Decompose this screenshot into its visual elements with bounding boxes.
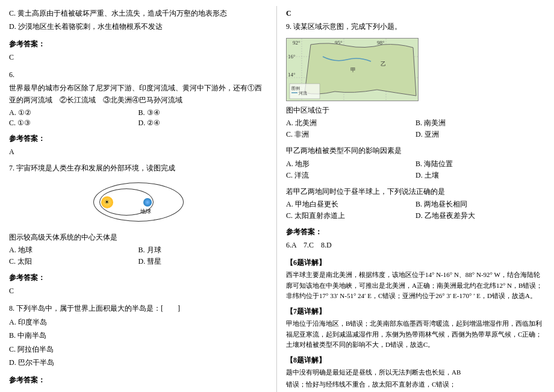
detail7-text: 甲地位于沿海地区，B错误；北美南部东临墨西哥湾暖流，起到增温增湿作用，西临加利福… — [286, 319, 545, 350]
q6-opt-b: B. ③④ — [138, 108, 268, 117]
answer6-value: A — [9, 146, 267, 158]
svg-text:河流: 河流 — [299, 91, 307, 96]
detail8-section: 【8题详解】 题中没有明确是最短还是昼线，所以无法判断去也长短，AB 错误；恰好… — [286, 354, 545, 392]
answer7-label: 参考答案： — [9, 272, 267, 284]
answer7-section: 参考答案： C — [9, 272, 267, 297]
svg-text:图例: 图例 — [291, 86, 300, 91]
detail7-tag: 【7题详解】 — [286, 305, 545, 317]
q7-options: A. 地球 B. 月球 C. 太阳 D. 彗星 — [9, 245, 267, 267]
q7r-opt-c: C. 洋流 — [286, 170, 416, 181]
q7r-section: 甲乙两地植被类型不同的影响因素是 A. 地形 B. 海陆位置 C. 洋流 D. … — [286, 145, 545, 180]
q8-opt-b: B. 中南半岛 — [9, 329, 267, 341]
right-column: C 9. 读某区域示意图，完成下列小题。 92° 95° 98° 16° 14° — [277, 6, 545, 392]
q8r-opt-c: C. 太阳直射赤道上 — [286, 211, 416, 221]
q8-text: 下列半岛中，属于世界上面积最大的半岛是：[ ] — [16, 304, 180, 313]
q7r-opt-d: D. 土壤 — [416, 170, 545, 181]
q7-section: 7. 宇宙环境是人类生存和发展的外部环境，读图完成 ☀ 地球 — [9, 163, 267, 267]
detail6-section: 【6题详解】 西半球主要是南北美洲，根据纬度，该地区位于14° N-16° N、… — [286, 257, 545, 302]
q7-opt-d: D. 彗星 — [138, 257, 268, 267]
q5-section: C. 黄土高原由于植被破坏严重、水土流失，造成千沟万壑的地表形态 D. 沙漠地区… — [9, 7, 267, 33]
q6r-opt-d: D. 亚洲 — [416, 129, 545, 140]
answer-right-value: 6.A 7.C 8.D — [286, 239, 545, 251]
answer8-section: 参考答案： — [9, 374, 267, 386]
q7r-opt-a: A. 地形 — [286, 159, 416, 169]
q5-option-d: D. 沙漠地区生长着骆驼刺，水生植物根系不发达 — [9, 20, 267, 33]
q9-desc: 读某区域示意图，完成下列小题。 — [293, 22, 402, 31]
q8-options: A. 印度半岛 B. 中南半岛 C. 阿拉伯半岛 D. 巴尔干半岛 — [9, 316, 267, 369]
solar-diagram: ☀ 地球 — [9, 178, 267, 226]
earth-label: 地球 — [140, 208, 151, 216]
answer5-label: 参考答案： — [9, 38, 267, 50]
answer5-value: C — [9, 51, 267, 63]
q7-text: 宇宙环境是人类生存和发展的外部环境，读图完成 — [16, 164, 175, 172]
detail8-text2: 错误；恰好与经纬线不重合，故太阳不直射赤道，C错误； — [286, 379, 545, 390]
q6r-opt-a: A. 北美洲 — [286, 118, 416, 128]
sun-symbol: ☀ — [104, 199, 110, 205]
q6-section: 6. 世界最早的城市分布区除了尼罗河下游、印度河流域、黄河中下游外，还有①西亚的… — [9, 69, 267, 128]
answer7-value: C — [9, 285, 267, 297]
answer-right-label: 参考答案： — [286, 226, 545, 238]
q9-section: 9. 读某区域示意图，完成下列小题。 — [286, 20, 545, 33]
q7r-opt-b: B. 海陆位置 — [416, 159, 545, 169]
q8-section: 8. 下列半岛中，属于世界上面积最大的半岛是：[ ] A. 印度半岛 B. 中南… — [9, 302, 267, 369]
q8-number: 8. — [9, 304, 14, 313]
q8r-options: A. 甲地白昼更长 B. 两地昼长相同 C. 太阳直射赤道上 D. 乙地昼夜差异… — [286, 199, 545, 221]
q8r-section: 若甲乙两地同时位于昼半球上，下列说法正确的是 A. 甲地白昼更长 B. 两地昼长… — [286, 185, 545, 221]
q6r-opt-c: C. 非洲 — [286, 129, 416, 140]
q6-options: A. ①② B. ③④ C. ①③ D. ②④ — [9, 108, 267, 128]
q9-text: 9. 读某区域示意图，完成下列小题。 — [286, 20, 545, 33]
q9-num: 9. — [286, 22, 291, 31]
q6-number: 6. — [9, 69, 267, 81]
detail6-text: 西半球主要是南北美洲，根据纬度，该地区位于14° N-16° N、88° N-9… — [286, 270, 545, 302]
map-container: 92° 95° 98° 16° 14° — [286, 38, 545, 101]
answer6-section: 参考答案： A — [9, 132, 267, 158]
answer6-label: 参考答案： — [9, 132, 267, 145]
region-map: 92° 95° 98° 16° 14° — [286, 38, 419, 101]
q8r-opt-a: A. 甲地白昼更长 — [286, 199, 416, 210]
answer-right-section: 参考答案： 6.A 7.C 8.D — [286, 226, 545, 252]
q6r-section: 图中区域位于 A. 北美洲 B. 南美洲 C. 非洲 D. 亚洲 — [286, 104, 545, 140]
q7-caption: 图示较高级天体系统的中心天体是 — [9, 231, 267, 243]
answer8-label: 参考答案： — [9, 374, 267, 386]
q6r-text: 图中区域位于 — [286, 104, 545, 116]
q7r-options: A. 地形 B. 海陆位置 C. 洋流 D. 土壤 — [286, 159, 545, 181]
svg-text:甲: 甲 — [350, 67, 356, 73]
q6r-opt-b: B. 南美洲 — [416, 118, 545, 128]
q7-number: 7. — [9, 164, 14, 172]
detail8-tag: 【8题详解】 — [286, 354, 545, 366]
q6-opt-d: D. ②④ — [138, 119, 268, 128]
sun-icon: ☀ — [101, 196, 113, 208]
q7-opt-a: A. 地球 — [9, 245, 138, 255]
q8-opt-c: C. 阿拉伯半岛 — [9, 343, 267, 355]
earth-icon — [143, 198, 152, 207]
q6-opt-c: C. ①③ — [9, 119, 138, 128]
top-c-label: C — [286, 7, 545, 19]
answer5-section: 参考答案： C — [9, 38, 267, 64]
q8r-opt-d: D. 乙地昼夜差异大 — [416, 211, 545, 221]
detail7-section: 【7题详解】 甲地位于沿海地区，B错误；北美南部东临墨西哥湾暖流，起到增温增湿作… — [286, 305, 545, 350]
q7r-text: 甲乙两地植被类型不同的影响因素是 — [286, 145, 545, 157]
q8-number-text: 8. 下列半岛中，属于世界上面积最大的半岛是：[ ] — [9, 302, 267, 314]
q8r-text: 若甲乙两地同时位于昼半球上，下列说法正确的是 — [286, 185, 545, 198]
left-column: C. 黄土高原由于植被破坏严重、水土流失，造成千沟万壑的地表形态 D. 沙漠地区… — [9, 6, 277, 392]
q7-opt-b: B. 月球 — [138, 245, 268, 255]
q8-opt-d: D. 巴尔干半岛 — [9, 356, 267, 369]
svg-text:乙: 乙 — [381, 61, 386, 67]
q6-text: 世界最早的城市分布区除了尼罗河下游、印度河流域、黄河中下游外，还有①西亚的两河流… — [9, 82, 267, 107]
q8-opt-a: A. 印度半岛 — [9, 316, 267, 328]
detail8-text1: 题中没有明确是最短还是昼线，所以无法判断去也长短，AB — [286, 367, 545, 378]
map-svg: 甲 乙 图例 河流 — [287, 39, 419, 101]
q6r-options: A. 北美洲 B. 南美洲 C. 非洲 D. 亚洲 — [286, 118, 545, 140]
q8r-opt-b: B. 两地昼长相同 — [416, 199, 545, 210]
q7-opt-c: C. 太阳 — [9, 257, 138, 267]
detail6-tag: 【6题详解】 — [286, 257, 545, 269]
q5-option-c: C. 黄土高原由于植被破坏严重、水土流失，造成千沟万壑的地表形态 — [9, 7, 267, 19]
q6-opt-a: A. ①② — [9, 108, 138, 117]
